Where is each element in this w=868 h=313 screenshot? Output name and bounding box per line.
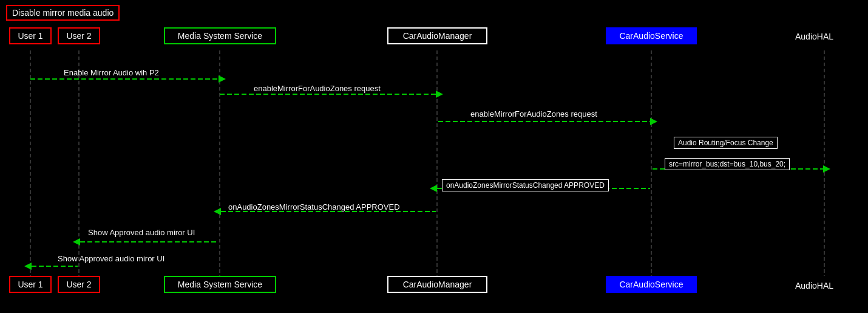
svg-marker-15	[430, 185, 437, 192]
msg3-label: enableMirrorForAudioZones request	[470, 109, 597, 119]
svg-marker-7	[219, 75, 226, 83]
actor-cam-top: CarAudioManager	[387, 27, 487, 44]
actor-cas-top: CarAudioService	[606, 27, 697, 44]
svg-marker-17	[214, 208, 221, 215]
svg-marker-11	[650, 118, 657, 125]
svg-marker-9	[436, 91, 443, 98]
actor-cas-bot: CarAudioService	[606, 276, 697, 293]
lifelines	[0, 0, 868, 313]
actor-hal-bot: AudioHAL	[795, 281, 833, 291]
svg-marker-19	[73, 238, 80, 246]
svg-marker-13	[823, 165, 830, 173]
msg1-label: Enable Mirror Audio wih P2	[64, 68, 159, 77]
msg4b-label: src=mirror_bus;dst=bus_10,bus_20;	[665, 158, 790, 170]
actor-user2-bot: User 2	[58, 276, 100, 293]
diagram-title: Disable mirror media audio	[6, 5, 120, 21]
actor-mss-top: Media System Service	[164, 27, 276, 44]
msg2-label: enableMirrorForAudioZones request	[254, 84, 381, 93]
actor-user2-top: User 2	[58, 27, 100, 44]
sequence-diagram: Disable mirror media audio User 1 User 2…	[0, 0, 868, 313]
msg5-label: onAudioZonesMirrorStatusChanged APPROVED	[442, 179, 609, 191]
msg6-label: onAudioZonesMirrorStatusChanged APPROVED	[228, 202, 400, 212]
msg7-label: Show Approved audio miror UI	[88, 228, 195, 237]
actor-hal-top: AudioHAL	[795, 32, 833, 41]
msg8-label: Show Approved audio miror UI	[58, 254, 164, 263]
actor-mss-bot: Media System Service	[164, 276, 276, 293]
actor-user1-bot: User 1	[9, 276, 52, 293]
actor-user1-top: User 1	[9, 27, 52, 44]
msg4-label: Audio Routing/Focus Change	[674, 137, 778, 149]
svg-marker-21	[24, 263, 32, 270]
actor-cam-bot: CarAudioManager	[387, 276, 487, 293]
